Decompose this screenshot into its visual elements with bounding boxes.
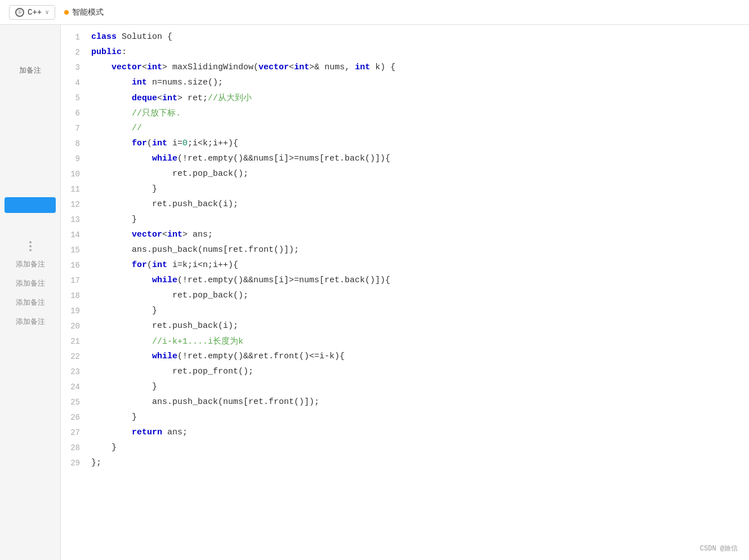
line-code: } bbox=[89, 410, 749, 425]
line-number: 26 bbox=[61, 410, 89, 425]
line-number: 14 bbox=[61, 227, 89, 242]
line-code: for(int i=k;i<n;i++){ bbox=[89, 257, 749, 273]
table-row: 1class Solution { bbox=[61, 29, 749, 45]
table-row: 29}; bbox=[61, 455, 749, 470]
table-row: 27 return ans; bbox=[61, 425, 749, 440]
table-row: 8 for(int i=0;i<k;i++){ bbox=[61, 136, 749, 151]
line-code: deque<int> ret;//从大到小 bbox=[89, 90, 749, 105]
line-code: ret.push_back(i); bbox=[89, 318, 749, 334]
line-number: 4 bbox=[61, 75, 89, 90]
toolbar: ① C++ ∨ 智能模式 bbox=[0, 0, 749, 25]
line-code: ret.pop_back(); bbox=[89, 166, 749, 181]
table-row: 10 ret.pop_back(); bbox=[61, 166, 749, 181]
line-number: 25 bbox=[61, 394, 89, 410]
line-number: 2 bbox=[61, 45, 89, 60]
line-code: int n=nums.size(); bbox=[89, 75, 749, 90]
sidebar-add-note-3[interactable]: 添加备注 bbox=[0, 274, 60, 293]
line-number: 29 bbox=[61, 455, 89, 470]
mode-label: 智能模式 bbox=[72, 7, 104, 17]
sidebar-add-note-2[interactable]: 添加备注 bbox=[0, 255, 60, 274]
main-area: 加备注 添加备注 添加备注 添加备注 添加备注 1class Solution … bbox=[0, 25, 749, 560]
line-code: for(int i=0;i<k;i++){ bbox=[89, 136, 749, 151]
line-code: //i-k+1....i长度为k bbox=[89, 334, 749, 349]
table-row: 21 //i-k+1....i长度为k bbox=[61, 334, 749, 349]
line-code: ret.pop_front(); bbox=[89, 364, 749, 379]
lang-circle-icon: ① bbox=[15, 8, 24, 17]
line-code: ans.push_back(nums[ret.front()]); bbox=[89, 394, 749, 410]
line-code: return ans; bbox=[89, 425, 749, 440]
table-row: 26 } bbox=[61, 410, 749, 425]
line-number: 10 bbox=[61, 166, 89, 181]
line-code: } bbox=[89, 212, 749, 227]
line-code: while(!ret.empty()&&nums[i]>=nums[ret.ba… bbox=[89, 273, 749, 288]
line-code: ret.push_back(i); bbox=[89, 197, 749, 212]
line-number: 18 bbox=[61, 288, 89, 303]
smart-mode-indicator: 智能模式 bbox=[64, 7, 104, 17]
line-code: public: bbox=[89, 45, 749, 60]
line-code: while(!ret.empty()&&nums[i]>=nums[ret.ba… bbox=[89, 151, 749, 166]
table-row: 28 } bbox=[61, 440, 749, 455]
line-number: 13 bbox=[61, 212, 89, 227]
code-editor[interactable]: 1class Solution {2public:3 vector<int> m… bbox=[61, 25, 749, 560]
line-number: 12 bbox=[61, 197, 89, 212]
mode-dot-icon bbox=[64, 10, 69, 15]
left-sidebar: 加备注 添加备注 添加备注 添加备注 添加备注 bbox=[0, 25, 61, 560]
table-row: 13 } bbox=[61, 212, 749, 227]
line-number: 11 bbox=[61, 181, 89, 197]
line-number: 9 bbox=[61, 151, 89, 166]
table-row: 7 // bbox=[61, 121, 749, 136]
line-code: ans.push_back(nums[ret.front()]); bbox=[89, 242, 749, 257]
line-number: 6 bbox=[61, 105, 89, 121]
table-row: 15 ans.push_back(nums[ret.front()]); bbox=[61, 242, 749, 257]
line-number: 1 bbox=[61, 29, 89, 45]
table-row: 23 ret.pop_front(); bbox=[61, 364, 749, 379]
line-code: class Solution { bbox=[89, 29, 749, 45]
line-number: 27 bbox=[61, 425, 89, 440]
line-number: 8 bbox=[61, 136, 89, 151]
line-code: // bbox=[89, 121, 749, 136]
table-row: 4 int n=nums.size(); bbox=[61, 75, 749, 90]
sidebar-add-note-5[interactable]: 添加备注 bbox=[0, 312, 60, 331]
sidebar-add-note-4[interactable]: 添加备注 bbox=[0, 293, 60, 312]
line-number: 16 bbox=[61, 257, 89, 273]
line-code: //只放下标. bbox=[89, 105, 749, 121]
table-row: 14 vector<int> ans; bbox=[61, 227, 749, 242]
table-row: 22 while(!ret.empty()&&ret.front()<=i-k)… bbox=[61, 349, 749, 364]
table-row: 12 ret.push_back(i); bbox=[61, 197, 749, 212]
sidebar-dots bbox=[0, 238, 60, 255]
line-number: 21 bbox=[61, 334, 89, 349]
table-row: 19 } bbox=[61, 303, 749, 318]
line-code: } bbox=[89, 379, 749, 394]
line-number: 7 bbox=[61, 121, 89, 136]
sidebar-add-note-1[interactable]: 加备注 bbox=[0, 59, 60, 82]
line-number: 23 bbox=[61, 364, 89, 379]
table-row: 25 ans.push_back(nums[ret.front()]); bbox=[61, 394, 749, 410]
line-code: } bbox=[89, 303, 749, 318]
table-row: 20 ret.push_back(i); bbox=[61, 318, 749, 334]
line-number: 24 bbox=[61, 379, 89, 394]
line-code: } bbox=[89, 440, 749, 455]
lang-label: C++ bbox=[28, 8, 42, 17]
line-number: 20 bbox=[61, 318, 89, 334]
chevron-down-icon: ∨ bbox=[45, 8, 49, 16]
code-table: 1class Solution {2public:3 vector<int> m… bbox=[61, 29, 749, 470]
table-row: 3 vector<int> maxSlidingWindow(vector<in… bbox=[61, 60, 749, 75]
table-row: 5 deque<int> ret;//从大到小 bbox=[61, 90, 749, 105]
table-row: 9 while(!ret.empty()&&nums[i]>=nums[ret.… bbox=[61, 151, 749, 166]
line-code: while(!ret.empty()&&ret.front()<=i-k){ bbox=[89, 349, 749, 364]
line-code: ret.pop_back(); bbox=[89, 288, 749, 303]
watermark: CSDN @旅信 bbox=[700, 544, 738, 553]
line-number: 22 bbox=[61, 349, 89, 364]
table-row: 24 } bbox=[61, 379, 749, 394]
table-row: 16 for(int i=k;i<n;i++){ bbox=[61, 257, 749, 273]
table-row: 2public: bbox=[61, 45, 749, 60]
line-number: 28 bbox=[61, 440, 89, 455]
line-code: } bbox=[89, 181, 749, 197]
sidebar-active-btn[interactable] bbox=[5, 197, 56, 213]
line-code: vector<int> maxSlidingWindow(vector<int>… bbox=[89, 60, 749, 75]
line-number: 15 bbox=[61, 242, 89, 257]
line-number: 5 bbox=[61, 90, 89, 105]
table-row: 11 } bbox=[61, 181, 749, 197]
line-number: 3 bbox=[61, 60, 89, 75]
language-selector[interactable]: ① C++ ∨ bbox=[9, 5, 55, 20]
